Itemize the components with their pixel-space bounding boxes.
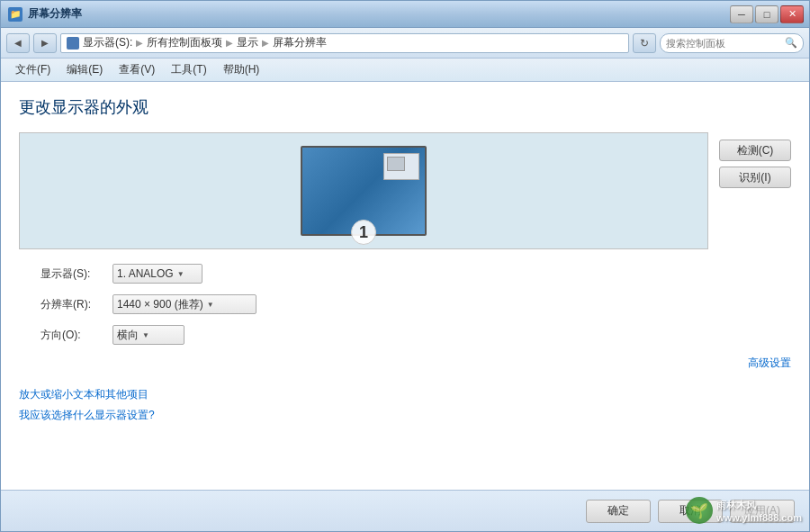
watermark: 🌱 雨林木风 www.ylmf888.com — [686, 497, 802, 524]
breadcrumb-arrow-2: ▶ — [262, 38, 269, 48]
address-bar: ◀ ▶ 显示器(S): ▶ 所有控制面板项 ▶ 显示 ▶ 屏幕分辨率 ↻ 🔍 — [1, 28, 809, 59]
orientation-label: 方向(O): — [40, 328, 112, 343]
resolution-label: 分辨率(R): — [40, 297, 112, 312]
content-links: 放大或缩小文本和其他项目 我应该选择什么显示器设置? — [19, 387, 791, 428]
back-button[interactable]: ◀ — [6, 33, 30, 53]
resolution-dropdown-arrow: ▼ — [207, 301, 214, 309]
display-control: 1. ANALOG ▼ — [112, 264, 202, 284]
menu-bar: 文件(F) 编辑(E) 查看(V) 工具(T) 帮助(H) — [1, 59, 809, 82]
search-bar[interactable]: 🔍 — [660, 33, 804, 53]
breadcrumb-arrow-0: ▶ — [136, 38, 143, 48]
display-dropdown-arrow: ▼ — [177, 270, 184, 278]
resolution-value: 1440 × 900 (推荐) — [117, 297, 203, 312]
preview-section: 1 检测(C) 识别(I) — [19, 132, 791, 249]
search-input[interactable] — [666, 38, 781, 49]
content-area: 更改显示器的外观 1 检测(C) 识别(I) 显示器(S): 1. ANALOG — [1, 82, 809, 490]
menu-file[interactable]: 文件(F) — [8, 60, 58, 79]
window-title: 屏幕分辨率 — [28, 6, 82, 22]
identify-button[interactable]: 识别(I) — [719, 167, 791, 188]
maximize-button[interactable]: □ — [755, 5, 778, 23]
menu-help[interactable]: 帮助(H) — [216, 60, 267, 79]
menu-view[interactable]: 查看(V) — [112, 60, 162, 79]
orientation-value: 横向 — [117, 328, 139, 343]
breadcrumb-item-2[interactable]: 显示 — [237, 35, 258, 50]
monitor-screen-mini — [383, 153, 419, 180]
monitor-thumbnail: 1 — [301, 146, 427, 236]
window-icon: 📁 — [8, 7, 22, 22]
watermark-text: 雨林木风 www.ylmf888.com — [716, 499, 802, 523]
display-label: 显示器(S): — [40, 266, 112, 282]
display-dropdown[interactable]: 1. ANALOG ▼ — [112, 264, 202, 284]
orientation-control: 横向 ▼ — [112, 325, 184, 345]
settings-section: 显示器(S): 1. ANALOG ▼ 分辨率(R): 1440 × 900 (… — [19, 264, 791, 356]
display-row: 显示器(S): 1. ANALOG ▼ — [40, 264, 791, 284]
refresh-button[interactable]: ↻ — [633, 33, 656, 53]
orientation-row: 方向(O): 横向 ▼ — [40, 325, 791, 345]
search-icon: 🔍 — [785, 37, 797, 49]
breadcrumb-item-1[interactable]: 所有控制面板项 — [147, 35, 222, 50]
advanced-settings-link[interactable]: 高级设置 — [748, 356, 791, 369]
enlarge-text-link[interactable]: 放大或缩小文本和其他项目 — [19, 387, 791, 402]
monitor-number: 1 — [351, 220, 376, 245]
resolution-row: 分辨率(R): 1440 × 900 (推荐) ▼ — [40, 294, 791, 314]
forward-button[interactable]: ▶ — [33, 33, 57, 53]
page-title: 更改显示器的外观 — [19, 96, 791, 118]
close-button[interactable]: ✕ — [780, 5, 804, 23]
breadcrumb-icon — [67, 37, 79, 50]
orientation-dropdown[interactable]: 横向 ▼ — [112, 325, 184, 345]
display-value: 1. ANALOG — [117, 267, 174, 280]
breadcrumb-item-3: 屏幕分辨率 — [273, 35, 327, 50]
minimize-button[interactable]: ─ — [730, 5, 753, 23]
choose-display-link[interactable]: 我应该选择什么显示器设置? — [19, 408, 791, 423]
watermark-line1: 雨林木风 — [716, 499, 802, 512]
resolution-dropdown[interactable]: 1440 × 900 (推荐) ▼ — [112, 294, 256, 314]
advanced-link-section: 高级设置 — [19, 356, 791, 371]
preview-buttons: 检测(C) 识别(I) — [719, 132, 791, 188]
window-controls: ─ □ ✕ — [730, 5, 804, 23]
menu-edit[interactable]: 编辑(E) — [59, 60, 110, 79]
menu-tools[interactable]: 工具(T) — [164, 60, 213, 79]
confirm-button[interactable]: 确定 — [586, 500, 651, 523]
detect-button[interactable]: 检测(C) — [719, 140, 791, 161]
breadcrumb-item-0[interactable]: 显示器(S): — [83, 35, 132, 50]
orientation-dropdown-arrow: ▼ — [142, 331, 149, 339]
display-preview: 1 — [19, 132, 708, 249]
breadcrumb: 显示器(S): ▶ 所有控制面板项 ▶ 显示 ▶ 屏幕分辨率 — [60, 33, 629, 53]
breadcrumb-arrow-1: ▶ — [226, 38, 233, 48]
resolution-control: 1440 × 900 (推荐) ▼ — [112, 294, 256, 314]
title-bar: 📁 屏幕分辨率 ─ □ ✕ — [1, 1, 809, 28]
watermark-line2: www.ylmf888.com — [716, 512, 802, 523]
watermark-icon: 🌱 — [686, 497, 713, 524]
